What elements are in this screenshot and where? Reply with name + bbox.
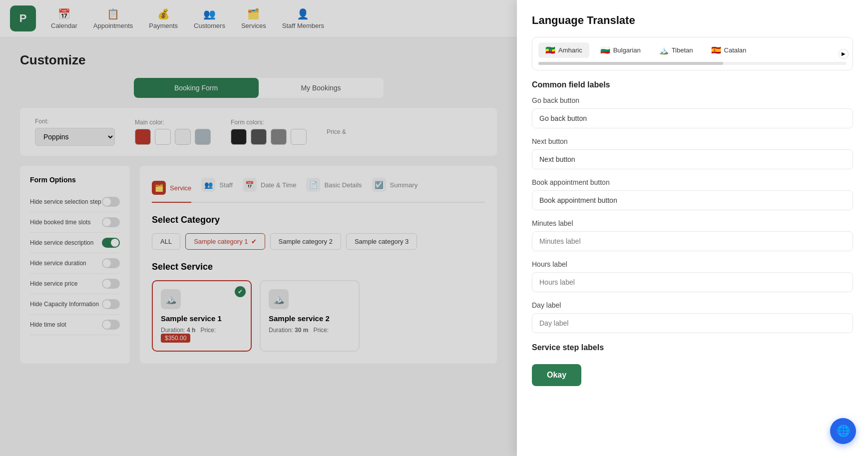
- flag-amharic: 🇪🇹: [545, 45, 555, 55]
- service-name-service1: Sample service 1: [161, 314, 243, 323]
- toggle-hide-service-description[interactable]: [102, 238, 120, 248]
- nav-label-staff: Staff Members: [282, 22, 324, 29]
- main-color-swatch-4[interactable]: [195, 129, 211, 145]
- form-color-swatch-2[interactable]: [251, 129, 267, 145]
- toggle-hide-service-selection[interactable]: [102, 197, 120, 207]
- step-label-summary: Summary: [390, 181, 418, 189]
- main-color-swatch-1[interactable]: [135, 129, 151, 145]
- font-select[interactable]: Poppins: [35, 128, 115, 146]
- scrollbar-track: [538, 62, 847, 65]
- step-label-service: Service: [170, 184, 191, 192]
- step-label-staff: Staff: [219, 181, 233, 189]
- nav-item-appointments[interactable]: 📋Appointments: [93, 8, 133, 29]
- sidebar-title: Form Options: [30, 176, 120, 184]
- nav-label-appointments: Appointments: [93, 22, 133, 29]
- category-btn-cat1[interactable]: Sample category 1 ✔: [185, 233, 265, 250]
- field-input-day[interactable]: [532, 313, 853, 333]
- nav-item-payments[interactable]: 💰Payments: [149, 8, 178, 29]
- field-label-day: Day label: [532, 301, 853, 309]
- page-title: Customize: [20, 52, 497, 68]
- toggle-hide-capacity[interactable]: [102, 299, 120, 309]
- service-img-service2: 🏔️: [269, 289, 289, 309]
- service-name-service2: Sample service 2: [269, 314, 351, 323]
- step-tabs: 🗂️ Service👥 Staff📅 Date & Time📄 Basic De…: [152, 178, 485, 203]
- form-color-swatch-1[interactable]: [231, 129, 247, 145]
- tab-booking-form[interactable]: Booking Form: [134, 78, 259, 98]
- panel-title: Language Translate: [532, 14, 853, 27]
- nav-items: 📅Calendar📋Appointments💰Payments👥Customer…: [51, 8, 324, 29]
- flag-bulgarian: 🇧🇬: [600, 45, 610, 55]
- app-logo[interactable]: P: [10, 5, 36, 31]
- field-input-minutes[interactable]: [532, 231, 853, 251]
- lang-label-bulgarian: Bulgarian: [613, 46, 641, 54]
- step-tab-service[interactable]: 🗂️ Service: [152, 178, 191, 203]
- main-color-group: Main color:: [135, 119, 211, 145]
- toggle-hide-service-price[interactable]: [102, 279, 120, 289]
- tab-my-bookings[interactable]: My Bookings: [259, 78, 384, 98]
- staff-icon: 👤: [297, 8, 309, 20]
- field-input-book-appt[interactable]: [532, 190, 853, 210]
- toggle-hide-time-slot[interactable]: [102, 320, 120, 330]
- field-input-next[interactable]: [532, 149, 853, 169]
- lang-tab-catalan[interactable]: 🇪🇸 Catalan: [704, 42, 754, 58]
- summary-step-icon: ☑️: [372, 178, 386, 192]
- price-group: Price &: [327, 128, 346, 135]
- main-color-swatch-2[interactable]: [155, 129, 171, 145]
- service-card-service1[interactable]: 🏔️ Sample service 1 Duration: 4 h Price:…: [152, 280, 252, 352]
- nav-item-customers[interactable]: 👥Customers: [194, 8, 225, 29]
- lang-label-amharic: Amharic: [558, 46, 582, 54]
- field-input-hours[interactable]: [532, 272, 853, 292]
- lang-label-catalan: Catalan: [724, 46, 747, 54]
- basic-details-step-icon: 📄: [306, 178, 320, 192]
- help-button[interactable]: 🌐: [830, 418, 856, 444]
- nav-item-services[interactable]: 🗂️Services: [241, 8, 266, 29]
- service-card-service2[interactable]: 🏔️ Sample service 2 Duration: 30 m Price…: [260, 280, 360, 352]
- customers-icon: 👥: [203, 8, 216, 20]
- toggle-rows: Hide service selection step Hide booked …: [30, 192, 120, 335]
- lang-tab-bulgarian[interactable]: 🇧🇬 Bulgarian: [593, 42, 648, 58]
- lang-tab-amharic[interactable]: 🇪🇹 Amharic: [538, 42, 589, 58]
- toggle-hide-booked-slots[interactable]: [102, 217, 120, 227]
- okay-button[interactable]: Okay: [532, 364, 581, 386]
- step-tab-staff[interactable]: 👥 Staff: [201, 178, 233, 196]
- common-section-header: Common field labels: [532, 80, 853, 89]
- field-input-go-back[interactable]: [532, 108, 853, 128]
- step-tab-date-time[interactable]: 📅 Date & Time: [243, 178, 297, 196]
- fields-container: Go back button Next button Book appointm…: [532, 96, 853, 333]
- field-label-book-appt: Book appointment button: [532, 178, 853, 186]
- service-grid: 🏔️ Sample service 1 Duration: 4 h Price:…: [152, 280, 485, 352]
- field-group-hours: Hours label: [532, 260, 853, 292]
- booking-preview: 🗂️ Service👥 Staff📅 Date & Time📄 Basic De…: [140, 166, 497, 364]
- form-color-swatch-3[interactable]: [271, 129, 287, 145]
- date-time-step-icon: 📅: [243, 178, 257, 192]
- lang-tab-tibetan[interactable]: 🏔️ Tibetan: [652, 42, 700, 58]
- toggle-row-hide-service-price: Hide service price: [30, 274, 120, 294]
- step-tab-basic-details[interactable]: 📄 Basic Details: [306, 178, 362, 196]
- toggle-hide-service-duration[interactable]: [102, 258, 120, 268]
- field-group-day: Day label: [532, 301, 853, 333]
- toggle-label-hide-time-slot: Hide time slot: [30, 321, 66, 328]
- lang-tabs-container: 🇪🇹 Amharic🇧🇬 Bulgarian🏔️ Tibetan🇪🇸 Catal…: [532, 37, 853, 70]
- category-btn-all[interactable]: ALL: [152, 233, 180, 250]
- lang-scroll-right[interactable]: ▶: [839, 49, 849, 59]
- main-color-swatch-3[interactable]: [175, 129, 191, 145]
- lang-label-tibetan: Tibetan: [672, 46, 693, 54]
- service-check-service1: ✔: [235, 286, 246, 297]
- category-btn-cat2[interactable]: Sample category 2: [270, 233, 341, 250]
- service-step-icon: 🗂️: [152, 181, 166, 195]
- step-tab-summary[interactable]: ☑️ Summary: [372, 178, 418, 196]
- main-app: P 📅Calendar📋Appointments💰Payments👥Custom…: [0, 0, 517, 456]
- form-color-swatch-4[interactable]: [291, 129, 307, 145]
- nav-item-staff[interactable]: 👤Staff Members: [282, 8, 324, 29]
- category-btn-cat3[interactable]: Sample category 3: [346, 233, 417, 250]
- toggle-label-hide-service-description: Hide service description: [30, 239, 93, 246]
- nav-label-customers: Customers: [194, 22, 225, 29]
- field-group-next: Next button: [532, 137, 853, 169]
- toggle-label-hide-booked-slots: Hide booked time slots: [30, 219, 90, 226]
- toggle-label-hide-service-price: Hide service price: [30, 280, 77, 287]
- main-color-label: Main color:: [135, 119, 211, 126]
- toggle-label-hide-capacity: Hide Capacity Information: [30, 301, 99, 308]
- toggle-label-hide-service-duration: Hide service duration: [30, 260, 86, 267]
- right-panel: Language Translate 🇪🇹 Amharic🇧🇬 Bulgaria…: [517, 0, 868, 456]
- nav-item-calendar[interactable]: 📅Calendar: [51, 8, 77, 29]
